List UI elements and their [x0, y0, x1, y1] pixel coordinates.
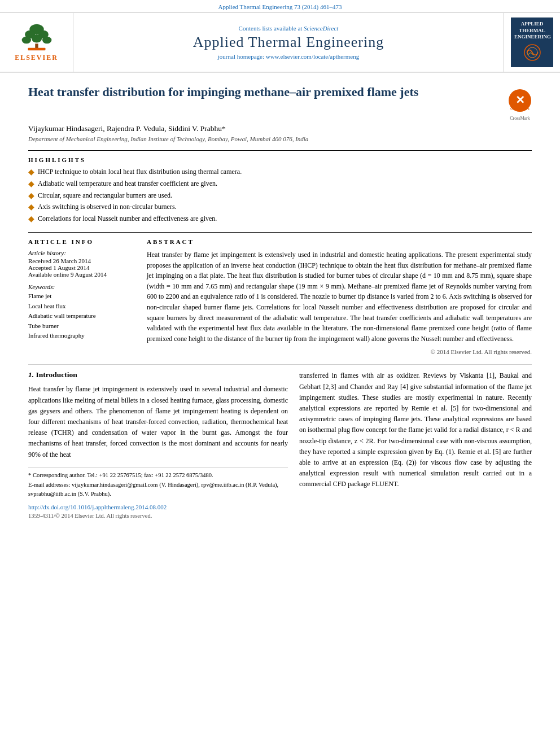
main-body: 1. Introduction Heat transfer by flame j… — [28, 364, 532, 519]
footnote-email-label: E-mail addresses: — [28, 482, 70, 488]
highlight-item: ◆Circular, square and rectangular burner… — [28, 191, 532, 201]
available-date: Available online 9 August 2014 — [28, 271, 135, 278]
homepage-label: journal homepage: www.elsevier.com/locat… — [218, 53, 359, 60]
doi-link[interactable]: http://dx.doi.org/10.1016/j.applthermale… — [28, 504, 288, 510]
svg-point-4 — [31, 34, 41, 43]
intro-heading: 1. Introduction — [28, 370, 288, 379]
logo-title: APPLIEDTHERMALENGINEERING — [514, 21, 550, 41]
elsevier-logo: ELSEVIER — [0, 13, 73, 72]
svg-point-5 — [42, 36, 51, 43]
highlight-text: IHCP technique to obtain local heat flux… — [38, 168, 242, 176]
article-body: Heat transfer distribution for impinging… — [0, 73, 560, 530]
doi-section: http://dx.doi.org/10.1016/j.applthermale… — [28, 504, 288, 519]
abstract-heading: ABSTRACT — [147, 238, 532, 245]
svg-rect-7 — [28, 47, 45, 50]
journal-logo-box: APPLIEDTHERMALENGINEERING — [511, 18, 553, 67]
highlight-text: Circular, square and rectangular burners… — [38, 191, 172, 200]
sciencedirect-link: Contents lists available at ScienceDirec… — [239, 25, 339, 32]
highlight-bullet: ◆ — [28, 168, 34, 177]
journal-ref-text: Applied Thermal Engineering 73 (2014) 46… — [218, 3, 342, 10]
intro-num: 1. — [28, 370, 34, 379]
highlights-list: ◆IHCP technique to obtain local heat flu… — [28, 168, 532, 224]
accepted-date: Accepted 1 August 2014 — [28, 264, 135, 271]
highlight-item: ◆IHCP technique to obtain local heat flu… — [28, 168, 532, 177]
article-info-abstract: ARTICLE INFO Article history: Received 2… — [28, 238, 532, 355]
copyright-line: © 2014 Elsevier Ltd. All rights reserved… — [147, 348, 532, 355]
highlight-bullet: ◆ — [28, 180, 34, 189]
abstract-text: Heat transfer by flame jet impingement i… — [147, 250, 532, 344]
article-title: Heat transfer distribution for impinging… — [28, 84, 500, 101]
footnote-area: * Corresponding author. Tel.: +91 22 257… — [28, 467, 288, 499]
footnote-corresponding: * Corresponding author. Tel.: +91 22 257… — [28, 471, 288, 480]
authors-text: Vijaykumar Hindasageri, Rajendra P. Vedu… — [28, 124, 226, 133]
intro-left-col: 1. Introduction Heat transfer by flame j… — [28, 370, 288, 519]
journal-header-center: Contents lists available at ScienceDirec… — [73, 13, 504, 72]
article-info-heading: ARTICLE INFO — [28, 238, 135, 245]
highlight-text: Adiabatic wall temperature and heat tran… — [38, 180, 217, 188]
keyword-item: Tube burner — [28, 321, 135, 331]
keywords-label: Keywords: — [28, 283, 135, 290]
intro-right-col: transferred in flames with air as oxidiz… — [299, 370, 532, 519]
issn-line: 1359-4311/© 2014 Elsevier Ltd. All right… — [28, 513, 288, 519]
journal-logo-right: APPLIEDTHERMALENGINEERING — [504, 13, 560, 72]
journal-title: Applied Thermal Engineering — [193, 34, 384, 51]
svg-text:CrossMark: CrossMark — [510, 107, 530, 111]
article-affiliation: Department of Mechanical Engineering, In… — [28, 136, 532, 142]
highlight-item: ◆Correlations for local Nusselt number a… — [28, 215, 532, 224]
highlight-text: Axis switching is observed in non-circul… — [38, 203, 177, 211]
highlight-item: ◆Adiabatic wall temperature and heat tra… — [28, 180, 532, 189]
elsevier-tree-icon — [17, 23, 56, 51]
highlight-item: ◆Axis switching is observed in non-circu… — [28, 203, 532, 212]
intro-title: Introduction — [36, 370, 77, 379]
svg-text:✕: ✕ — [515, 94, 525, 106]
highlight-text: Correlations for local Nusselt number an… — [38, 215, 217, 223]
article-info-col: ARTICLE INFO Article history: Received 2… — [28, 238, 135, 355]
divider-highlights — [28, 150, 532, 151]
crossmark-icon[interactable]: ✕ CrossMark CrossMark — [508, 89, 532, 121]
keyword-item: Infrared thermography — [28, 331, 135, 341]
keyword-item: Local heat flux — [28, 302, 135, 312]
abstract-section: ABSTRACT Heat transfer by flame jet impi… — [147, 238, 532, 355]
highlights-heading: HIGHLIGHTS — [28, 156, 532, 163]
elsevier-label-text: ELSEVIER — [15, 54, 58, 62]
sciencedirect-name[interactable]: ScienceDirect — [304, 25, 338, 32]
journal-header: ELSEVIER Contents lists available at Sci… — [0, 13, 560, 73]
article-authors: Vijaykumar Hindasageri, Rajendra P. Vedu… — [28, 124, 532, 133]
highlights-section: HIGHLIGHTS ◆IHCP technique to obtain loc… — [28, 156, 532, 224]
intro-text-left: Heat transfer by flame jet impingement i… — [28, 384, 288, 460]
intro-text-right: transferred in flames with air as oxidiz… — [299, 370, 532, 490]
divider-article-info — [28, 232, 532, 233]
keyword-item: Flame jet — [28, 291, 135, 302]
footnote-email: E-mail addresses: vijaykumar.hindasageri… — [28, 480, 288, 500]
keywords-list: Flame jetLocal heat fluxAdiabatic wall t… — [28, 291, 135, 341]
history-label: Article history: — [28, 250, 135, 256]
journal-reference: Applied Thermal Engineering 73 (2014) 46… — [0, 0, 560, 13]
keywords-group: Keywords: Flame jetLocal heat fluxAdiaba… — [28, 283, 135, 341]
highlight-bullet: ◆ — [28, 215, 34, 224]
sciencedirect-label: Contents lists available at — [239, 25, 303, 32]
keyword-item: Adiabatic wall temperature — [28, 311, 135, 321]
journal-homepage: journal homepage: www.elsevier.com/locat… — [218, 53, 359, 60]
highlight-bullet: ◆ — [28, 203, 34, 212]
highlight-bullet: ◆ — [28, 191, 34, 201]
svg-point-3 — [21, 36, 30, 43]
article-history: Article history: Received 26 March 2014 … — [28, 250, 135, 278]
logo-graphic-icon — [515, 43, 549, 63]
received-date: Received 26 March 2014 — [28, 257, 135, 264]
